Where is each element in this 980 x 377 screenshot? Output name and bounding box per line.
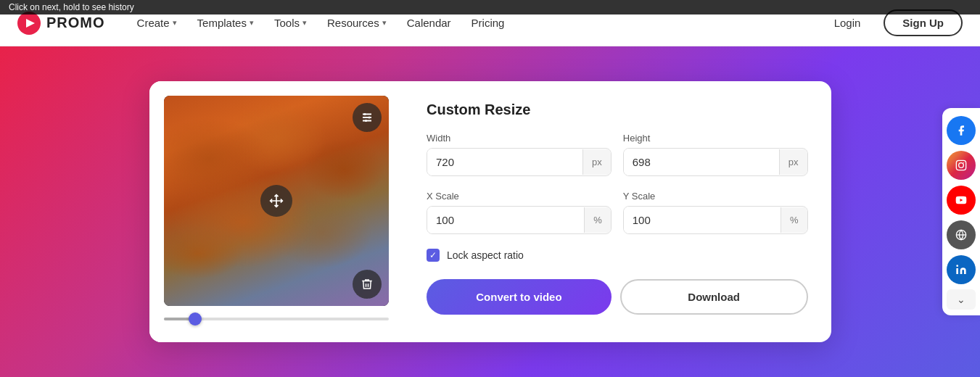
width-input[interactable] [427,149,582,175]
tooltip-text: Click on next, hold to see history [9,2,134,12]
yscale-label: Y Scale [623,191,808,202]
chevron-down-icon: ▾ [302,18,307,28]
width-group: Width px [427,133,612,176]
svg-point-9 [959,163,964,168]
yscale-input[interactable] [624,207,781,233]
check-icon: ✓ [429,250,437,260]
lock-label: Lock aspect ratio [447,249,524,261]
xscale-group: X Scale % [427,191,612,234]
instagram-button[interactable] [947,151,976,180]
nav-pricing-label: Pricing [472,17,505,29]
nav-tools-label: Tools [274,17,300,29]
move-icon[interactable] [260,185,292,217]
adjust-icon[interactable] [353,103,382,132]
svg-point-5 [364,113,366,115]
slider-track [164,318,390,320]
chevron-down-icon: ▾ [382,18,387,28]
nav-resources-label: Resources [327,17,379,29]
width-input-group: px [427,148,612,176]
right-panel: Custom Resize Width px Height px [403,81,831,342]
lock-checkbox[interactable]: ✓ [427,249,440,262]
chevron-down-icon: ▾ [250,18,254,28]
scale-row: X Scale % Y Scale % [427,191,807,234]
yscale-group: Y Scale % [623,191,808,234]
logo-text: PROMO [46,14,105,31]
logo-icon [17,12,41,35]
height-input-group: px [623,148,808,176]
chevron-down-icon: ⌄ [957,294,965,305]
panel-title: Custom Resize [427,102,807,118]
image-container [164,96,390,306]
left-panel [149,81,404,342]
dimension-row: Width px Height px [427,133,807,176]
youtube-button[interactable] [947,186,976,215]
action-buttons: Convert to video Download [427,279,807,315]
convert-to-video-button[interactable]: Convert to video [427,279,612,315]
svg-point-14 [956,265,958,267]
tooltip-bar: Click on next, hold to see history [0,0,980,14]
nav-create-label: Create [137,17,170,29]
svg-rect-8 [956,160,965,170]
xscale-input-group: % [427,206,612,234]
main-content: Custom Resize Width px Height px [0,46,980,377]
facebook-button[interactable] [947,116,976,145]
social-sidebar: ⌄ [942,108,980,315]
download-button[interactable]: Download [620,279,808,315]
yscale-unit: % [781,207,807,233]
xscale-label: X Scale [427,191,612,202]
slider-thumb[interactable] [189,312,202,326]
svg-point-10 [963,162,964,163]
height-unit: px [779,149,807,175]
lock-row: ✓ Lock aspect ratio [427,249,807,262]
xscale-unit: % [584,207,611,233]
height-label: Height [623,133,808,144]
svg-point-7 [365,120,367,122]
nav-templates-label: Templates [197,17,247,29]
slider-container [164,315,390,323]
svg-point-6 [368,117,371,119]
nav-calendar-label: Calendar [407,17,451,29]
height-group: Height px [623,133,808,176]
yscale-input-group: % [623,206,808,234]
social-expand-button[interactable]: ⌄ [947,289,976,310]
height-input[interactable] [624,149,779,175]
resize-card: Custom Resize Width px Height px [149,81,831,342]
chevron-down-icon: ▾ [173,18,177,28]
width-label: Width [427,133,612,144]
xscale-input[interactable] [427,207,584,233]
delete-icon[interactable] [353,270,382,299]
width-unit: px [582,149,611,175]
web-button[interactable] [947,220,976,249]
logo[interactable]: PROMO [17,12,105,35]
linkedin-button[interactable] [947,255,976,284]
